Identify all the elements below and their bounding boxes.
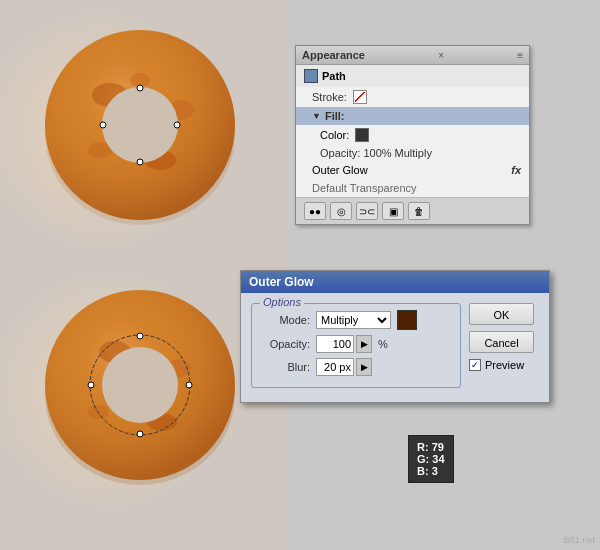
svg-point-22 [137,333,143,339]
preview-row: ✓ Preview [469,359,539,371]
r-label: R: [417,441,429,453]
blur-input[interactable] [316,358,354,376]
b-label: B: [417,465,429,477]
blur-row: Blur: ▶ [260,358,452,376]
blur-input-wrap: ▶ [316,358,372,376]
appearance-menu-button[interactable]: ≡ [517,50,523,61]
path-row: Path [296,65,529,87]
opacity-unit: % [378,338,388,350]
g-value: 34 [432,453,444,465]
g-label: G: [417,453,429,465]
cancel-button[interactable]: Cancel [469,331,534,353]
footer-btn-4[interactable]: ▣ [382,202,404,220]
outer-glow-dialog-body: Options Mode: Multiply Normal Screen Opa… [241,293,549,402]
donut-svg-top [30,20,250,240]
outer-glow-titlebar: Outer Glow [241,271,549,293]
options-group: Options Mode: Multiply Normal Screen Opa… [251,303,461,388]
outer-glow-dialog-title: Outer Glow [249,275,314,289]
opacity-stepper[interactable]: ▶ [356,335,372,353]
blur-stepper[interactable]: ▶ [356,358,372,376]
fill-row[interactable]: ▼ Fill: [296,107,529,125]
svg-point-23 [186,382,192,388]
svg-point-10 [174,122,180,128]
color-g: G: 34 [417,453,445,465]
color-label: Color: [320,129,349,141]
mode-label: Mode: [260,314,310,326]
appearance-panel: Appearance × ≡ Path Stroke: ▼ Fill: Colo… [295,45,530,225]
svg-point-9 [137,85,143,91]
outer-glow-row[interactable]: Outer Glow fx [296,161,529,179]
opacity-row: Opacity: 100% Multiply [296,145,529,161]
svg-point-11 [137,159,143,165]
color-r: R: 79 [417,441,445,453]
dialog-left-panel: Options Mode: Multiply Normal Screen Opa… [251,303,461,392]
blur-label: Blur: [260,361,310,373]
watermark: ib51.net [563,535,595,545]
svg-point-25 [88,382,94,388]
path-icon [304,69,318,83]
dialog-opacity-row: Opacity: ▶ % [260,335,452,353]
svg-point-21 [102,347,178,423]
footer-btn-delete[interactable]: 🗑 [408,202,430,220]
color-tooltip: R: 79 G: 34 B: 3 [408,435,454,483]
svg-point-12 [100,122,106,128]
mode-select[interactable]: Multiply Normal Screen [316,311,391,329]
color-swatch[interactable] [355,128,369,142]
dialog-right-panel: OK Cancel ✓ Preview [469,303,539,392]
color-b: B: 3 [417,465,445,477]
opacity-label: Opacity: 100% Multiply [320,147,432,159]
appearance-close-button[interactable]: × [438,50,444,61]
outer-glow-dialog: Outer Glow Options Mode: Multiply Normal… [240,270,550,403]
panel-footer: ●● ◎ ⊃⊂ ▣ 🗑 [296,197,529,224]
preview-checkbox[interactable]: ✓ [469,359,481,371]
path-label: Path [322,70,346,82]
transparency-label: Default Transparency [312,182,417,194]
fill-label: Fill: [325,110,345,122]
glow-color-swatch[interactable] [397,310,417,330]
footer-btn-1[interactable]: ●● [304,202,326,220]
r-value: 79 [432,441,444,453]
footer-btn-2[interactable]: ◎ [330,202,352,220]
mode-row: Mode: Multiply Normal Screen [260,310,452,330]
ok-button[interactable]: OK [469,303,534,325]
appearance-title: Appearance [302,49,365,61]
opacity-input[interactable] [316,335,354,353]
donut-svg-bottom [30,280,250,500]
transparency-row: Default Transparency [296,179,529,197]
donut-bottom [30,280,250,500]
svg-point-8 [102,87,178,163]
preview-label: Preview [485,359,524,371]
footer-btn-3[interactable]: ⊃⊂ [356,202,378,220]
donut-top [30,20,250,240]
panel-titlebar: Appearance × ≡ [296,46,529,65]
fill-arrow-icon: ▼ [312,111,321,121]
b-value: 3 [432,465,438,477]
color-row: Color: [296,125,529,145]
stroke-label: Stroke: [312,91,347,103]
options-label: Options [260,296,304,308]
svg-point-24 [137,431,143,437]
outer-glow-label: Outer Glow [312,164,368,176]
opacity-input-wrap: ▶ [316,335,372,353]
stroke-swatch[interactable] [353,90,367,104]
stroke-row[interactable]: Stroke: [296,87,529,107]
dialog-opacity-label: Opacity: [260,338,310,350]
fx-label: fx [511,164,521,176]
